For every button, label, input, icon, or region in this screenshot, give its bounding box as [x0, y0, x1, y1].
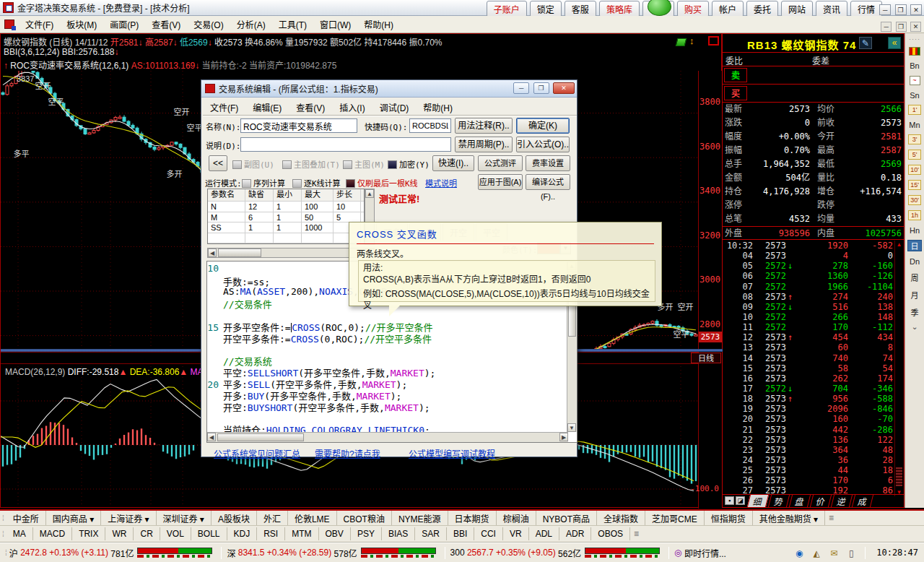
market-tab[interactable]: CBOT粮油: [337, 511, 392, 526]
compile-button[interactable]: 编译公式(F)..: [526, 174, 570, 190]
period-button-1'[interactable]: 1': [908, 105, 921, 115]
param-row[interactable]: [208, 233, 364, 244]
indicator-tab[interactable]: OBOS: [591, 527, 630, 540]
indicator-tab[interactable]: TRIX: [72, 527, 105, 540]
dialog-titlebar[interactable]: 交易系统编辑 - (所属公式组：1.指标交易) ─ ❐ ✕: [201, 80, 577, 98]
market-tab[interactable]: 中金所: [6, 511, 46, 526]
market-tab[interactable]: 全球指数: [597, 511, 645, 526]
scroll-left-icon[interactable]: ◀: [208, 248, 217, 257]
scroll-right-icon[interactable]: ▶: [559, 433, 568, 441]
mini-chart-icon[interactable]: ◪: [736, 496, 745, 505]
code-line[interactable]: //交易系统: [207, 354, 567, 366]
panel-tab[interactable]: 细: [747, 495, 769, 507]
period-button-Sn[interactable]: Sn: [905, 91, 924, 100]
mdi-restore-button[interactable]: ❐: [896, 22, 907, 32]
param-cell[interactable]: 1: [274, 222, 302, 233]
param-cell[interactable]: 1: [274, 212, 302, 222]
market-tab[interactable]: 棕榈油: [497, 511, 536, 526]
mini-board-icon[interactable]: ▪: [725, 496, 734, 505]
menu-item[interactable]: 画面(P): [103, 15, 145, 33]
titlebar-button[interactable]: 购买: [677, 1, 709, 17]
scroll-up-icon[interactable]: ▲: [365, 189, 374, 198]
titlebar-button[interactable]: 委托: [746, 1, 778, 17]
indicator-tab[interactable]: PSY: [351, 527, 382, 540]
period-button-周[interactable]: 周: [905, 272, 924, 283]
indicator-tab[interactable]: ADL: [529, 527, 559, 540]
param-row[interactable]: M61505: [208, 212, 364, 223]
updown-arrows-icon[interactable]: ↕: [689, 35, 694, 46]
bar-chart-icon[interactable]: [909, 47, 920, 56]
menu-item[interactable]: 板块(M): [60, 15, 103, 33]
market-tab[interactable]: 日本期货: [448, 511, 497, 526]
dialog-menu-item[interactable]: 编辑(E): [245, 98, 289, 116]
period-button-Hn[interactable]: Hn: [905, 226, 924, 235]
red-frame-icon[interactable]: [708, 36, 719, 46]
name-input[interactable]: [240, 118, 357, 133]
indicator-tab[interactable]: WR: [105, 527, 134, 540]
period-button-Bn[interactable]: Bn: [905, 61, 924, 70]
param-row[interactable]: SS111000: [208, 222, 364, 233]
indicator-tab[interactable]: BOLL: [191, 527, 227, 540]
ok-button[interactable]: 确定(K): [516, 118, 570, 134]
note-icon[interactable]: ~: [910, 76, 920, 85]
indicator-tab[interactable]: SAR: [415, 527, 447, 540]
param-cell[interactable]: N: [208, 202, 245, 212]
indicator-tab[interactable]: BBI: [447, 527, 474, 540]
code-line[interactable]: 15开多平空条件:=CROSS(ROC,0);//开多平空条件: [207, 320, 567, 332]
dialog-menu-item[interactable]: 帮助(H): [416, 98, 460, 116]
dialog-maximize-button[interactable]: ❐: [533, 82, 549, 94]
alert-bell-icon[interactable]: ◭: [810, 547, 823, 559]
period-button-5'[interactable]: 5': [908, 150, 921, 160]
indicator-tab[interactable]: MA: [6, 527, 33, 540]
maximize-button[interactable]: ❐: [895, 4, 907, 15]
formula-eval-button[interactable]: 公式测评(E)..: [478, 155, 523, 171]
param-cell[interactable]: 100: [302, 202, 334, 212]
mdi-close-button[interactable]: ✕: [910, 22, 921, 32]
scroll-thumb[interactable]: [217, 433, 304, 441]
period-button-日[interactable]: 日: [907, 240, 922, 251]
market-tab[interactable]: 深圳证券 ▾: [157, 511, 212, 526]
runmode-sequence[interactable]: 序列计算: [242, 177, 285, 189]
usage-note-button[interactable]: 用法注释(R)..: [455, 118, 513, 134]
mainchart-toggle[interactable]: 主图(M): [343, 158, 385, 170]
titlebar-button[interactable]: 策略库: [599, 1, 640, 17]
more-tabs-icon[interactable]: ≡: [825, 513, 837, 523]
more-tabs-icon[interactable]: ≡: [630, 529, 642, 539]
menu-item[interactable]: 工具(T): [272, 15, 313, 33]
param-cell[interactable]: 1: [274, 202, 302, 212]
period-button-⌄[interactable]: ⌄: [905, 322, 924, 332]
menu-item[interactable]: 文件(F): [19, 15, 60, 33]
runmode-lastbar[interactable]: 仅刷最后一根K线: [346, 177, 418, 189]
dialog-menu-item[interactable]: 调试(D): [372, 98, 417, 116]
titlebar-button[interactable]: 网站: [781, 1, 813, 17]
period-button-1h[interactable]: 1h: [908, 210, 921, 220]
import-formula-button[interactable]: 引入公式(O)..: [516, 137, 570, 152]
tick-list[interactable]: 10:3225731920-58204257340052572↓278-1600…: [723, 241, 896, 496]
code-line[interactable]: 开空平多条件:=CROSS(0,ROC);//开空平多条件: [207, 332, 567, 343]
tutorial-link[interactable]: 公式模型编写调试教程: [409, 447, 495, 459]
help-link[interactable]: 需要帮助?请点我: [315, 447, 380, 459]
indicator-tab[interactable]: MTM: [285, 527, 318, 540]
code-line[interactable]: 开多:BUY(开多平空条件,手数,MARKET);: [207, 389, 567, 400]
market-tab[interactable]: 芝加哥CME: [645, 511, 705, 526]
message-mail-icon[interactable]: ✉: [827, 547, 840, 559]
order-pen-icon[interactable]: ✎: [859, 37, 872, 49]
indicator-tab[interactable]: KDJ: [227, 527, 258, 540]
period-button-Mn[interactable]: Mn: [905, 121, 924, 129]
dialog-menu-item[interactable]: 文件(F): [203, 98, 245, 116]
period-button-Dn[interactable]: Dn: [905, 257, 924, 266]
collapse-button[interactable]: <<: [209, 155, 227, 171]
indicator-tab[interactable]: VR: [503, 527, 529, 540]
menu-item[interactable]: 窗口(W): [313, 15, 357, 33]
period-button-季[interactable]: 季: [905, 306, 924, 318]
panel-tab[interactable]: 盘: [789, 495, 811, 507]
scroll-up-icon[interactable]: ▲: [895, 241, 903, 248]
param-cell[interactable]: 1: [245, 222, 274, 233]
editor-hscrollbar[interactable]: ◀ ▶: [207, 432, 568, 442]
titlebar-button[interactable]: 客服: [565, 1, 596, 17]
code-line[interactable]: 20平多:SELL(开空平多条件,手数,MARKET);: [207, 377, 567, 389]
period-button-15'[interactable]: 15': [908, 180, 921, 190]
dialog-menu-item[interactable]: 插入(I): [332, 98, 372, 116]
scroll-thumb[interactable]: [218, 248, 261, 257]
param-row[interactable]: N12110010: [208, 202, 364, 212]
